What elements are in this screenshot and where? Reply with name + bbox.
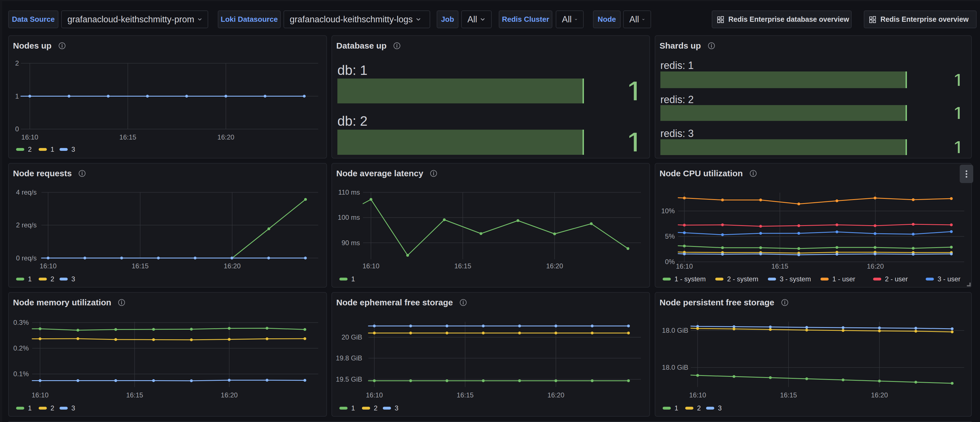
svg-text:2: 2 [51, 404, 54, 412]
svg-text:0 req/s: 0 req/s [16, 254, 37, 262]
svg-text:2 - user: 2 - user [885, 275, 908, 283]
svg-text:16:20: 16:20 [871, 391, 888, 399]
svg-text:1: 1 [15, 93, 19, 100]
svg-text:redis: 3: redis: 3 [660, 128, 694, 139]
svg-text:1: 1 [51, 145, 54, 153]
svg-text:16:10: 16:10 [689, 391, 706, 399]
svg-text:16:15: 16:15 [771, 262, 788, 270]
svg-text:18.0 GiB: 18.0 GiB [662, 363, 688, 371]
svg-text:0.3%: 0.3% [13, 319, 29, 326]
svg-text:16:20: 16:20 [218, 133, 234, 141]
svg-text:2 req/s: 2 req/s [16, 221, 37, 229]
svg-text:16:15: 16:15 [119, 133, 136, 141]
svg-text:0.1%: 0.1% [13, 370, 29, 378]
svg-text:2: 2 [15, 59, 19, 67]
svg-text:16:15: 16:15 [457, 391, 474, 399]
svg-text:1 - system: 1 - system [675, 275, 706, 283]
svg-text:3: 3 [395, 404, 398, 412]
svg-text:19.5 GiB: 19.5 GiB [336, 376, 362, 383]
svg-text:16:20: 16:20 [867, 262, 884, 270]
svg-text:19.8 GiB: 19.8 GiB [336, 354, 362, 362]
svg-text:redis: 2: redis: 2 [660, 94, 694, 105]
svg-text:90 ms: 90 ms [342, 239, 360, 246]
svg-text:16:15: 16:15 [126, 391, 143, 399]
svg-text:110 ms: 110 ms [338, 189, 360, 196]
svg-text:3: 3 [72, 275, 75, 283]
svg-text:16:20: 16:20 [547, 391, 564, 399]
svg-text:3 - user: 3 - user [938, 275, 961, 283]
svg-text:16:20: 16:20 [546, 262, 563, 270]
svg-text:0.2%: 0.2% [13, 344, 29, 352]
svg-text:16:20: 16:20 [224, 262, 241, 270]
svg-text:16:10: 16:10 [676, 262, 693, 270]
svg-text:16:20: 16:20 [221, 391, 238, 399]
svg-text:16:15: 16:15 [780, 391, 797, 399]
svg-text:16:15: 16:15 [132, 262, 149, 270]
svg-text:2: 2 [51, 275, 54, 283]
svg-text:100 ms: 100 ms [338, 214, 360, 221]
svg-text:0: 0 [15, 125, 19, 133]
svg-text:1: 1 [28, 275, 32, 283]
svg-text:redis: 1: redis: 1 [660, 59, 694, 71]
svg-text:db: 1: db: 1 [337, 63, 368, 78]
svg-text:1: 1 [675, 404, 678, 412]
svg-text:16:10: 16:10 [366, 391, 383, 399]
svg-text:1: 1 [351, 275, 355, 283]
svg-text:1: 1 [351, 404, 355, 412]
svg-text:0%: 0% [665, 258, 675, 265]
svg-text:16:10: 16:10 [32, 391, 49, 399]
svg-text:2: 2 [374, 404, 377, 412]
svg-text:3: 3 [72, 404, 75, 412]
svg-text:18.0 GiB: 18.0 GiB [662, 326, 688, 334]
svg-text:16:15: 16:15 [454, 262, 471, 270]
svg-text:5%: 5% [665, 232, 675, 240]
svg-text:1 - user: 1 - user [832, 275, 855, 283]
svg-text:16:10: 16:10 [21, 133, 38, 141]
svg-text:3: 3 [72, 145, 75, 153]
svg-text:2 - system: 2 - system [727, 275, 759, 283]
svg-text:16:10: 16:10 [363, 262, 379, 270]
svg-text:3: 3 [718, 404, 722, 412]
svg-text:1: 1 [28, 404, 32, 412]
svg-text:db: 2: db: 2 [337, 113, 368, 128]
svg-text:10%: 10% [661, 207, 675, 215]
svg-text:3 - system: 3 - system [780, 275, 811, 283]
svg-text:16:10: 16:10 [40, 262, 56, 270]
svg-text:20 GiB: 20 GiB [342, 333, 362, 341]
svg-text:2: 2 [697, 404, 701, 412]
svg-text:2: 2 [28, 145, 32, 153]
svg-text:4 req/s: 4 req/s [16, 189, 37, 196]
